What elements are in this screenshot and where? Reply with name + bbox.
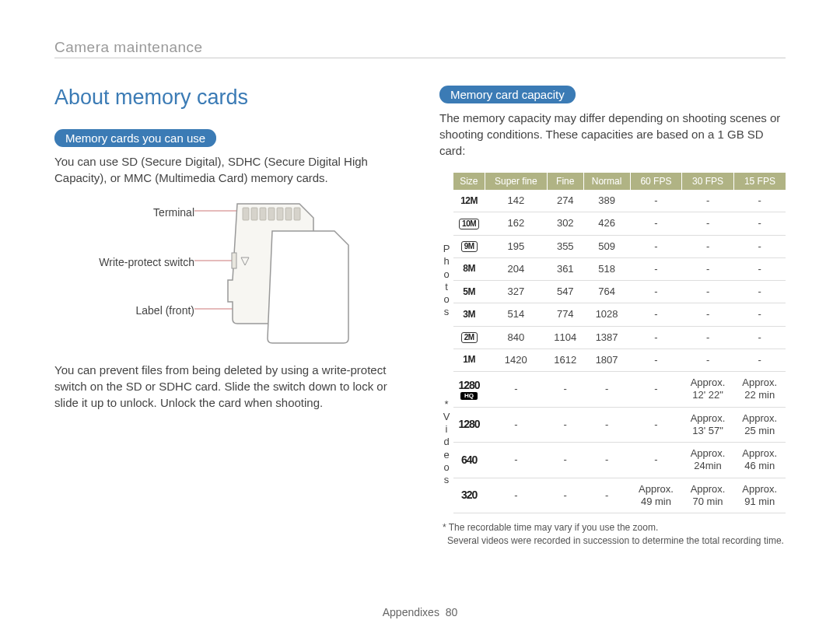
cell: 1420	[485, 349, 547, 371]
table-row: 8M204361518---	[439, 257, 786, 280]
cell: -	[682, 212, 734, 235]
diagram-label-write-protect: Write-protect switch	[99, 256, 194, 268]
table-row: 320---Approx.49 minApprox.70 minApprox.9…	[439, 478, 786, 513]
cell: -	[733, 281, 786, 303]
capacity-intro: The memory capacity may differ depending…	[439, 110, 786, 159]
cell: -	[682, 257, 734, 280]
cell: -	[682, 281, 734, 303]
svg-rect-9	[294, 208, 300, 220]
cell: -	[583, 407, 630, 443]
table-row: * V i d e o s1280HQ----Approx.12' 22"App…	[439, 372, 786, 408]
cell: -	[733, 235, 786, 257]
cell: -	[733, 349, 786, 371]
cell: 1028	[583, 303, 630, 326]
size-cell: 2M	[453, 326, 485, 349]
cell: 1612	[547, 349, 583, 371]
side-label-photos: P h o t o s	[439, 190, 453, 372]
table-row: 640----Approx.24minApprox.46 min	[439, 443, 786, 478]
sd-card-diagram: Terminal Write-protect switch Label (fro…	[54, 200, 401, 348]
cell: -	[547, 478, 583, 513]
cell: 1104	[547, 326, 583, 349]
svg-rect-5	[260, 208, 266, 220]
cell: -	[630, 190, 682, 212]
cell: Approx.13' 57"	[682, 407, 734, 443]
cell: -	[630, 349, 682, 371]
cell: 204	[485, 257, 547, 280]
cell: 389	[583, 190, 630, 212]
cell: 840	[485, 326, 547, 349]
table-row: 9M195355509---	[439, 235, 786, 257]
cell: Approx.49 min	[630, 478, 682, 513]
capacity-footnote: * The recordable time may vary if you us…	[439, 521, 786, 548]
cell: Approx.46 min	[733, 443, 786, 478]
size-cell: 1280HQ	[453, 372, 485, 408]
svg-rect-6	[268, 208, 275, 220]
svg-rect-10	[232, 253, 236, 268]
col-fine: Fine	[547, 173, 583, 190]
cell: Approx.91 min	[733, 478, 786, 513]
side-label-videos: * V i d e o s	[439, 372, 453, 513]
cell: -	[583, 443, 630, 478]
col-size: Size	[453, 173, 485, 190]
capacity-table: Size Super fine Fine Normal 60 FPS 30 FP…	[439, 173, 786, 513]
page-footer: Appendixes 80	[0, 606, 840, 618]
cell: -	[630, 372, 682, 408]
cell: -	[547, 372, 583, 408]
cell: 142	[485, 190, 547, 212]
size-cell: 1280	[453, 407, 485, 443]
cell: 518	[583, 257, 630, 280]
cell: -	[733, 257, 786, 280]
size-cell: 10M	[453, 212, 485, 235]
cell: -	[682, 303, 734, 326]
cell: -	[733, 303, 786, 326]
cell: 162	[485, 212, 547, 235]
cell: 1807	[583, 349, 630, 371]
cell: Approx.22 min	[733, 372, 786, 408]
cell: -	[630, 257, 682, 280]
cell: Approx.24min	[682, 443, 734, 478]
table-row: 3M5147741028---	[439, 303, 786, 326]
subheading-memory-cards-use: Memory cards you can use	[54, 129, 216, 147]
use-paragraph-1: You can use SD (Secure Digital), SDHC (S…	[54, 153, 401, 186]
left-column: About memory cards Memory cards you can …	[54, 86, 401, 548]
cell: -	[630, 303, 682, 326]
size-cell: 9M	[453, 235, 485, 257]
cell: 509	[583, 235, 630, 257]
cell: 355	[547, 235, 583, 257]
cell: -	[485, 443, 547, 478]
table-row: 10M162302426---	[439, 212, 786, 235]
col-super-fine: Super fine	[485, 173, 547, 190]
footer-page-number: 80	[446, 606, 458, 618]
cell: 327	[485, 281, 547, 303]
cell: -	[630, 407, 682, 443]
cell: -	[485, 478, 547, 513]
diagram-label-front: Label (front)	[136, 304, 194, 317]
svg-rect-8	[285, 208, 292, 220]
cell: -	[547, 443, 583, 478]
svg-rect-7	[277, 208, 283, 220]
table-header-row: Size Super fine Fine Normal 60 FPS 30 FP…	[439, 173, 786, 190]
cell: Approx.12' 22"	[682, 372, 734, 408]
cell: 1387	[583, 326, 630, 349]
size-cell: 5M	[453, 281, 485, 303]
table-row: 2M84011041387---	[439, 326, 786, 349]
svg-rect-4	[251, 208, 257, 220]
use-paragraph-2: You can prevent files from being deleted…	[54, 362, 401, 411]
size-cell: 8M	[453, 257, 485, 280]
cell: -	[485, 372, 547, 408]
cell: -	[682, 349, 734, 371]
col-15fps: 15 FPS	[733, 173, 786, 190]
size-cell: 12M	[453, 190, 485, 212]
cell: -	[682, 190, 734, 212]
table-row: 1M142016121807---	[439, 349, 786, 371]
cell: 195	[485, 235, 547, 257]
cell: -	[583, 478, 630, 513]
sd-card-illustration-icon	[194, 200, 366, 348]
svg-rect-3	[243, 208, 249, 220]
subheading-memory-card-capacity: Memory card capacity	[439, 86, 576, 103]
cell: -	[547, 407, 583, 443]
cell: -	[630, 281, 682, 303]
cell: -	[682, 326, 734, 349]
cell: 764	[583, 281, 630, 303]
right-column: Memory card capacity The memory capacity…	[439, 86, 786, 548]
